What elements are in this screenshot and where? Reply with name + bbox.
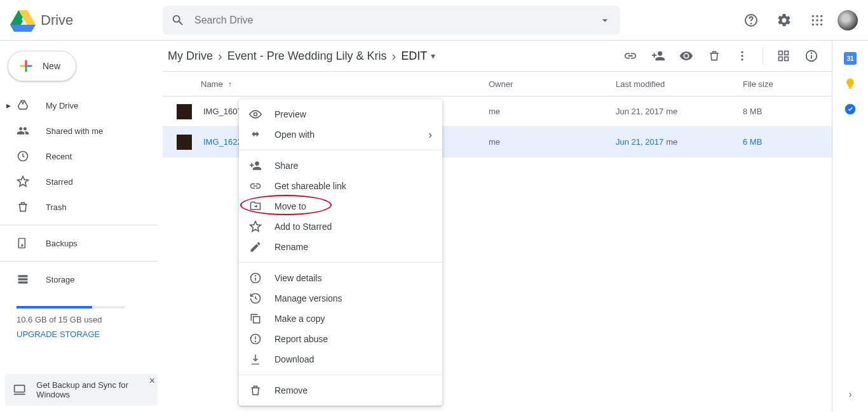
svg-point-13 (820, 19, 822, 21)
tasks-addon-icon[interactable] (844, 103, 857, 116)
svg-point-10 (820, 15, 822, 17)
shared-icon (17, 124, 29, 137)
col-size[interactable]: File size (743, 79, 832, 89)
file-owner: me (489, 107, 616, 116)
download-icon (249, 353, 262, 366)
desktop-icon (13, 382, 26, 397)
svg-rect-28 (779, 57, 783, 61)
chevron-right-icon: › (391, 49, 396, 63)
settings-icon[interactable] (771, 8, 797, 33)
crumb-current[interactable]: EDIT (401, 50, 427, 63)
svg-marker-5 (10, 24, 36, 31)
promo-text: Get Backup and Sync for Windows (36, 380, 150, 399)
drive-logo-icon (10, 8, 36, 33)
menu-download[interactable]: Download (239, 349, 442, 369)
more-icon[interactable] (729, 43, 755, 69)
chevron-right-icon: › (428, 128, 432, 142)
calendar-addon-icon[interactable]: 31 (844, 52, 857, 65)
storage-label: Storage (46, 275, 75, 284)
expand-icon[interactable]: ▸ (6, 100, 11, 110)
sidebar-item-trash[interactable]: Trash (0, 194, 158, 220)
move-to-icon (249, 200, 262, 213)
svg-point-23 (741, 51, 743, 53)
help-icon[interactable] (738, 8, 764, 33)
sidebar-item-label: Recent (46, 152, 72, 161)
file-size: 8 MB (743, 107, 832, 116)
file-modified: Jun 21, 2017me (616, 137, 743, 147)
menu-manage-versions[interactable]: Manage versions (239, 288, 442, 309)
sort-icon[interactable]: ↑ (228, 79, 233, 89)
svg-point-11 (812, 19, 814, 21)
svg-rect-29 (785, 57, 789, 61)
svg-point-34 (254, 113, 257, 116)
link-icon (249, 180, 262, 192)
svg-point-9 (816, 15, 818, 17)
svg-point-41 (255, 341, 256, 342)
storage-bar (17, 306, 125, 309)
apps-icon[interactable] (804, 8, 830, 33)
folder-dropdown-icon[interactable]: ▾ (431, 51, 435, 61)
sidebar-item-backups[interactable]: Backups (0, 230, 158, 256)
sidepanel-collapse-icon[interactable]: › (849, 389, 852, 399)
file-owner: me (489, 137, 616, 147)
col-modified[interactable]: Last modified (616, 79, 743, 89)
menu-get-link[interactable]: Get shareable link (239, 176, 442, 196)
menu-add-starred[interactable]: Add to Starred (239, 216, 442, 237)
sidebar-item-label: Backups (46, 239, 78, 248)
person-plus-icon (249, 159, 262, 172)
search-input[interactable] (193, 14, 597, 27)
sidebar-item-shared[interactable]: Shared with me (0, 118, 158, 143)
preview-eye-icon[interactable] (674, 43, 699, 69)
file-size: 6 MB (743, 137, 832, 147)
svg-rect-19 (18, 275, 28, 277)
backup-promo[interactable]: Get Backup and Sync for Windows × (5, 374, 158, 406)
svg-point-16 (820, 23, 822, 25)
drive-logo[interactable]: Drive (10, 8, 163, 33)
share-person-icon[interactable] (646, 43, 671, 69)
menu-remove[interactable]: Remove (239, 380, 442, 401)
col-owner[interactable]: Owner (489, 79, 616, 89)
new-button[interactable]: New (8, 51, 76, 81)
search-options-icon[interactable] (597, 13, 613, 28)
menu-make-copy[interactable]: Make a copy (239, 309, 442, 329)
close-icon[interactable]: × (149, 375, 155, 387)
sidebar-item-recent[interactable]: Recent (0, 143, 158, 169)
svg-point-25 (741, 58, 743, 60)
menu-rename[interactable]: Rename (239, 237, 442, 257)
star-icon (249, 220, 262, 233)
menu-preview[interactable]: Preview (239, 104, 442, 124)
col-name[interactable]: Name (201, 79, 223, 89)
info-icon (249, 272, 262, 284)
menu-view-details[interactable]: View details (239, 268, 442, 288)
svg-point-32 (811, 53, 812, 53)
plus-icon (17, 57, 35, 75)
crumb-event[interactable]: Event - Pre Wedding Lily & Kris (227, 50, 387, 63)
svg-point-8 (812, 15, 814, 17)
menu-share[interactable]: Share (239, 156, 442, 176)
copy-icon (249, 312, 262, 325)
sidebar-item-label: Starred (46, 177, 73, 187)
view-grid-icon[interactable] (771, 43, 796, 69)
upgrade-link[interactable]: UPGRADE STORAGE (17, 329, 146, 339)
sidebar-item-my-drive[interactable]: My Drive (0, 93, 158, 118)
pencil-icon (249, 241, 262, 253)
svg-point-24 (741, 55, 743, 56)
info-icon[interactable] (799, 43, 824, 69)
keep-addon-icon[interactable] (844, 77, 857, 90)
link-icon[interactable] (618, 43, 643, 69)
alert-icon (249, 333, 262, 345)
sidebar-item-starred[interactable]: Starred (0, 169, 158, 194)
storage-icon (17, 273, 29, 286)
new-label: New (43, 61, 60, 71)
crumb-my-drive[interactable]: My Drive (168, 50, 213, 63)
menu-move-to[interactable]: Move to (239, 196, 442, 216)
search-bar[interactable] (163, 6, 620, 35)
svg-rect-26 (779, 51, 783, 55)
delete-icon[interactable] (702, 43, 727, 69)
file-thumbnail (177, 135, 192, 150)
menu-report-abuse[interactable]: Report abuse (239, 329, 442, 349)
app-name: Drive (41, 12, 73, 29)
account-avatar[interactable] (837, 10, 858, 30)
menu-open-with[interactable]: Open with› (239, 124, 442, 145)
svg-rect-20 (18, 278, 28, 280)
